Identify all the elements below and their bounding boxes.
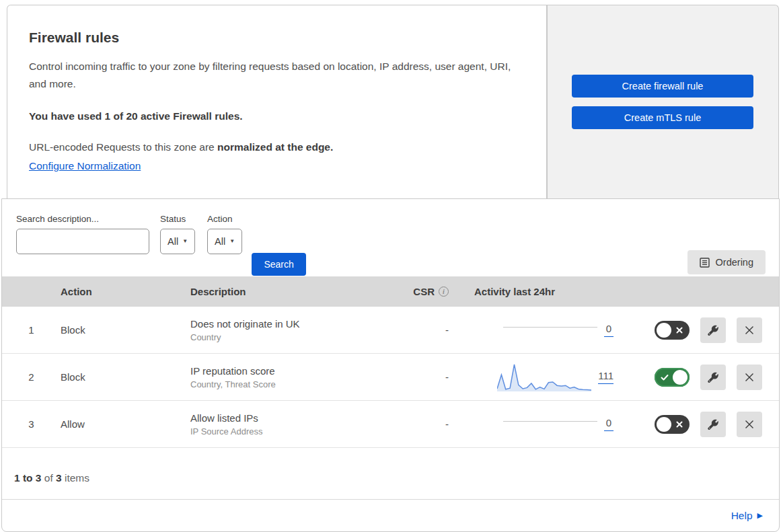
firewall-rules-page: Firewall rules Control incoming traffic … bbox=[0, 5, 781, 532]
rule-controls bbox=[623, 317, 779, 343]
header-action: Action bbox=[61, 286, 190, 297]
x-icon bbox=[675, 326, 684, 335]
search-input-box[interactable] bbox=[16, 229, 149, 254]
top-section: Firewall rules Control incoming traffic … bbox=[7, 5, 779, 198]
action-dropdown-value: All bbox=[215, 236, 225, 247]
table-header-row: Action Description CSR i Activity last 2… bbox=[2, 276, 779, 307]
action-label: Action bbox=[207, 214, 242, 224]
configure-rule-button[interactable] bbox=[700, 412, 726, 437]
action-filter-group: Action All ▼ bbox=[207, 214, 242, 254]
help-link[interactable]: Help ▶ bbox=[731, 510, 763, 522]
header-activity: Activity last 24hr bbox=[454, 286, 623, 297]
rules-list-card: Search description... Status All ▼ Actio… bbox=[1, 198, 780, 532]
ordering-button[interactable]: Ordering bbox=[687, 250, 766, 274]
status-label: Status bbox=[160, 214, 195, 224]
chevron-down-icon: ▼ bbox=[229, 239, 235, 244]
wrench-icon bbox=[708, 419, 718, 430]
items-word: items bbox=[65, 472, 89, 484]
close-icon bbox=[744, 325, 755, 336]
normalization-note: URL-encoded Requests to this zone are no… bbox=[29, 141, 519, 153]
rule-action: Block bbox=[61, 324, 190, 336]
table-row: 2 Block IP reputation score Country, Thr… bbox=[2, 354, 779, 401]
info-icon[interactable]: i bbox=[439, 287, 449, 297]
search-label: Search description... bbox=[16, 214, 149, 224]
rule-description: Allow listed IPs bbox=[190, 412, 390, 424]
status-filter-group: Status All ▼ bbox=[160, 214, 195, 254]
search-input[interactable] bbox=[30, 229, 151, 254]
status-dropdown-value: All bbox=[168, 236, 178, 247]
delete-rule-button[interactable] bbox=[737, 317, 762, 343]
wrench-icon bbox=[708, 372, 718, 383]
toggle-knob bbox=[673, 370, 687, 385]
rule-fields: IP Source Address bbox=[190, 426, 390, 436]
items-count: 1 to 3 of 3 items bbox=[2, 452, 779, 500]
rule-enabled-toggle[interactable] bbox=[655, 415, 690, 434]
rule-action: Allow bbox=[61, 418, 190, 430]
rule-controls bbox=[623, 412, 779, 437]
rule-csr-value: - bbox=[390, 371, 454, 383]
rule-activity-cell: 0 bbox=[454, 417, 623, 431]
delete-rule-button[interactable] bbox=[737, 365, 762, 390]
search-group: Search description... bbox=[16, 214, 149, 254]
rule-fields: Country, Threat Score bbox=[190, 379, 390, 389]
x-icon bbox=[675, 420, 684, 429]
rule-activity-cell: 0 bbox=[454, 323, 623, 337]
rule-priority: 2 bbox=[2, 371, 61, 383]
rule-description-cell: Allow listed IPs IP Source Address bbox=[190, 412, 390, 436]
rule-action: Block bbox=[61, 371, 190, 383]
toggle-knob bbox=[657, 417, 671, 432]
toggle-knob bbox=[657, 323, 671, 338]
help-label: Help bbox=[731, 510, 753, 522]
check-icon bbox=[660, 373, 669, 382]
rule-controls bbox=[623, 365, 779, 390]
page-description: Control incoming traffic to your zone by… bbox=[29, 58, 513, 93]
activity-sparkline-empty bbox=[503, 421, 597, 422]
header-csr-label: CSR bbox=[413, 286, 435, 297]
create-mtls-rule-button[interactable]: Create mTLS rule bbox=[572, 106, 753, 129]
page-title: Firewall rules bbox=[29, 30, 519, 46]
configure-normalization-link[interactable]: Configure Normalization bbox=[29, 160, 141, 172]
close-icon bbox=[744, 419, 755, 430]
firewall-rules-table: Action Description CSR i Activity last 2… bbox=[2, 276, 779, 448]
close-icon bbox=[744, 372, 755, 383]
filter-bar: Search description... Status All ▼ Actio… bbox=[2, 199, 779, 276]
items-total: 3 bbox=[56, 472, 62, 484]
rule-enabled-toggle[interactable] bbox=[655, 321, 690, 340]
activity-sparkline bbox=[497, 362, 591, 393]
rule-priority: 1 bbox=[2, 324, 61, 336]
activity-count-link[interactable]: 111 bbox=[598, 370, 613, 384]
usage-summary: You have used 1 of 20 active Firewall ru… bbox=[29, 110, 519, 122]
configure-rule-button[interactable] bbox=[700, 317, 726, 343]
header-description: Description bbox=[190, 286, 390, 297]
activity-count-link[interactable]: 0 bbox=[604, 323, 613, 337]
rule-fields: Country bbox=[190, 332, 390, 342]
rule-enabled-toggle[interactable] bbox=[655, 368, 690, 387]
activity-count-link[interactable]: 0 bbox=[604, 417, 613, 431]
wrench-icon bbox=[708, 325, 718, 336]
items-of: of bbox=[44, 472, 53, 484]
chevron-down-icon: ▼ bbox=[182, 239, 188, 244]
table-row: 3 Allow Allow listed IPs IP Source Addre… bbox=[2, 401, 779, 448]
action-dropdown[interactable]: All ▼ bbox=[207, 229, 242, 254]
status-dropdown[interactable]: All ▼ bbox=[160, 229, 195, 254]
delete-rule-button[interactable] bbox=[737, 412, 762, 437]
configure-rule-button[interactable] bbox=[700, 365, 726, 390]
help-row: Help ▶ bbox=[2, 500, 779, 531]
rule-description: Does not originate in UK bbox=[190, 318, 390, 330]
rule-description-cell: IP reputation score Country, Threat Scor… bbox=[190, 365, 390, 389]
create-firewall-rule-button[interactable]: Create firewall rule bbox=[572, 75, 753, 98]
normalization-bold: normalized at the edge. bbox=[217, 141, 333, 153]
search-button[interactable]: Search bbox=[252, 253, 306, 276]
activity-sparkline-empty bbox=[503, 327, 597, 328]
table-row: 1 Block Does not originate in UK Country… bbox=[2, 307, 779, 354]
header-csr: CSR i bbox=[390, 286, 454, 297]
rule-csr-value: - bbox=[390, 324, 454, 336]
rule-description: IP reputation score bbox=[190, 365, 390, 377]
normalization-text: URL-encoded Requests to this zone are bbox=[29, 141, 217, 153]
action-panel: Create firewall rule Create mTLS rule bbox=[547, 5, 779, 198]
ordered-list-icon bbox=[700, 258, 710, 268]
rule-priority: 3 bbox=[2, 418, 61, 430]
arrow-right-icon: ▶ bbox=[757, 512, 763, 519]
items-range: 1 to 3 bbox=[14, 472, 41, 484]
rule-activity-cell: 111 bbox=[454, 362, 623, 393]
